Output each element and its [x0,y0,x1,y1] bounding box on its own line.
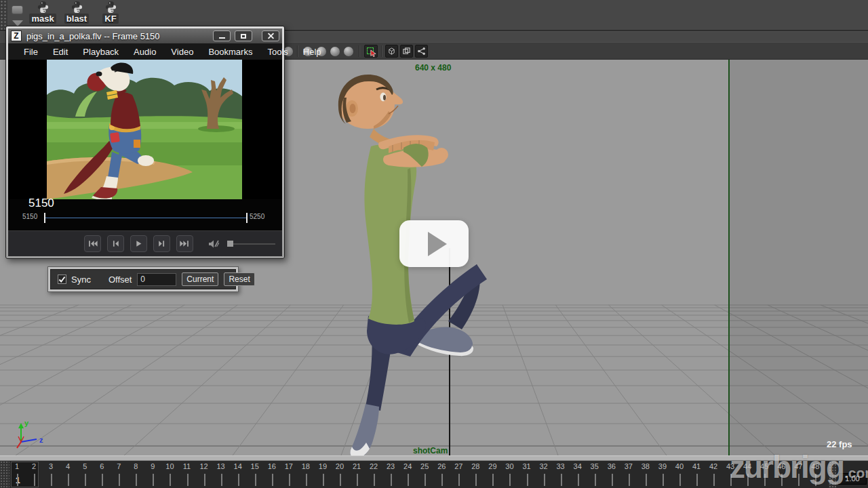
timeline-frame-number: 8 [127,462,144,470]
timeline-tick [102,474,103,486]
minimize-button[interactable] [213,30,231,41]
reset-button[interactable]: Reset [224,272,254,286]
range-slider[interactable] [0,455,868,461]
timeline-tick [119,474,120,486]
volume-slider-handle[interactable] [227,241,233,247]
mute-speaker-icon[interactable] [208,239,219,249]
timeline-frame-number: 29 [484,462,501,470]
timeline-left-handle[interactable] [0,461,9,488]
step-back-button[interactable] [107,235,124,252]
playback-timeline[interactable] [45,218,247,218]
timeline-frame-number: 32 [535,462,553,470]
timeline-frame-number: 20 [331,462,349,470]
timeline-tick [17,474,18,486]
timeline-tick [696,474,698,486]
timeline-tick [646,474,647,486]
sync-panel: Sync Offset Current Reset [47,266,239,292]
timeline-tick [289,474,290,486]
timeline-frame-number: 16 [263,462,281,470]
python-icon [71,1,83,14]
shelf-buttons: mask blast KF [28,1,125,24]
timeline-frame-number: 40 [671,462,688,470]
menu-item-tools[interactable]: Tools [260,47,295,57]
video-display[interactable] [8,60,282,199]
shelf-button-KF[interactable]: KF [96,1,125,24]
selection-mask-icon[interactable] [364,45,378,58]
step-forward-button[interactable] [153,235,170,252]
timeline-right-handle[interactable] [829,461,836,488]
offset-input[interactable] [137,273,176,286]
sync-checkbox[interactable] [58,274,66,284]
skip-to-start-button[interactable] [84,235,101,252]
timeline-tick [323,474,324,486]
menu-item-bookmarks[interactable]: Bookmarks [201,47,260,57]
playhead-marker[interactable] [44,213,45,223]
timeline-frame-number: 44 [738,462,756,470]
timeline-frame-number: 36 [603,462,620,470]
timeline-frame-number: 7 [110,462,127,470]
snap-point-icon[interactable] [330,47,340,56]
timeline-frame-number: 27 [450,462,467,470]
shelf-button-label: blast [64,14,89,24]
window-title: pigs_in_a_polka.flv -- Frame 5150 [26,31,209,41]
menu-item-playback[interactable]: Playback [75,47,126,57]
timeline-frame-number: 12 [195,462,213,470]
sync-label: Sync [71,274,91,285]
share-icon[interactable] [415,45,428,58]
menu-item-file[interactable]: File [16,47,45,57]
timeline-tick [509,474,511,486]
timeline-tick [441,474,443,486]
menu-item-audio[interactable]: Audio [126,47,163,57]
timeline-tick [51,474,52,486]
timeline-tick [204,474,205,486]
timeline-frame-number: 10 [161,462,178,470]
timeline-tick [272,474,273,486]
timeline-frame-number: 45 [755,462,773,470]
timeline-tick [425,474,426,486]
player-titlebar[interactable]: Z pigs_in_a_polka.flv -- Frame 5150 [8,28,282,43]
volume-slider-track[interactable] [233,243,275,245]
current-button[interactable]: Current [182,272,218,286]
range-end-label: 5250 [250,213,264,220]
shelf-tab-button[interactable] [12,5,23,14]
timeline-frame-number: 48 [806,462,824,470]
playback-speed-field[interactable]: 1.00 [838,473,867,485]
timeline-tick [561,474,562,486]
resolution-gate-mask [730,60,868,455]
timeline-tick [475,474,477,486]
timeline-frame-number: 19 [314,462,332,470]
timeline-tick [527,474,528,486]
layers-icon[interactable] [400,45,413,58]
timeline-frame-number: 41 [688,462,705,470]
snap-surface-icon[interactable] [344,47,353,56]
video-play-button[interactable] [399,220,469,267]
timeline-tick [764,474,766,486]
timeline-frame-number: 31 [518,462,536,470]
cursor-arrow-icon [370,49,377,57]
menu-item-video[interactable]: Video [163,47,201,57]
timeline-tick [595,474,596,486]
transport-buttons [84,235,193,252]
reference-video-frame [47,60,242,199]
play-button[interactable] [130,235,147,252]
timeline-frame-number: 5 [76,462,94,470]
maximize-button[interactable] [235,30,252,41]
skip-to-end-button[interactable] [176,235,193,252]
timeline-tick [374,474,375,486]
shelf-button-mask[interactable]: mask [28,1,57,24]
cube-icon[interactable] [385,45,398,58]
menu-item-edit[interactable]: Edit [45,47,75,57]
camera-label: shotCam [413,446,448,455]
timeline-tick [255,474,256,486]
menu-item-help[interactable]: Help [296,47,329,57]
close-button[interactable] [262,30,279,41]
timeline-frame-number: 42 [705,462,722,470]
timeline-frame-number: 2 [25,462,43,470]
timeline-tick [544,474,545,486]
time-slider[interactable]: 1 12345678910111213141516171819202122232… [0,461,868,488]
timeline-tick [187,474,189,486]
player-controls [8,230,282,256]
timeline-frame-number: 37 [620,462,637,470]
timeline-tick [612,474,613,486]
shelf-button-blast[interactable]: blast [62,1,91,24]
